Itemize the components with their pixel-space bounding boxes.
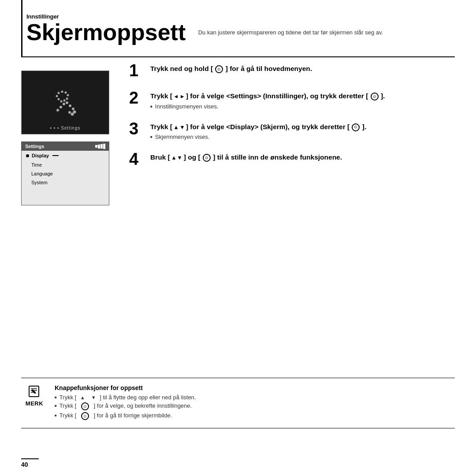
- step-3: 3 Trykk [ ▴ ▾ ] for å velge <Display> (S…: [129, 122, 455, 141]
- select-note-icon: ⊙: [81, 402, 89, 410]
- down-arrow-icon: ▾: [181, 123, 184, 131]
- svg-point-10: [66, 98, 68, 100]
- svg-point-7: [61, 91, 63, 93]
- wrench-icon: [49, 86, 82, 119]
- enter-button-icon: ⊙: [371, 93, 379, 100]
- menu-item-language: Language: [22, 169, 109, 178]
- header-divider: [21, 56, 455, 57]
- up-arrow-icon-4: ▴: [172, 154, 175, 162]
- back-note-icon: ⊙: [81, 412, 89, 420]
- menu-title: Settings: [25, 144, 44, 149]
- step-3-text: Trykk [ ▴ ▾ ] for å velge <Display> (Skj…: [150, 122, 455, 132]
- step-3-content: Trykk [ ▴ ▾ ] for å velge <Display> (Skj…: [147, 122, 455, 141]
- active-dot: [26, 154, 29, 157]
- svg-point-13: [69, 104, 71, 107]
- note-title: Knappefunksjoner for oppsett: [55, 384, 455, 391]
- note-icon: [27, 384, 41, 398]
- right-arrow-icon: ▸: [181, 93, 184, 100]
- down-note-icon: ▾: [92, 394, 95, 401]
- note-item-1: Trykk [ ▴ ▾ ] til å flytte deg opp eller…: [55, 394, 455, 401]
- device-screen-2: Settings Display Time Language System: [21, 141, 109, 205]
- merk-label: MERK: [26, 400, 43, 407]
- page-header: Innstillinger Skjermoppsett Du kan juste…: [26, 13, 450, 44]
- step-1-number: 1: [129, 62, 147, 79]
- svg-point-6: [57, 92, 60, 94]
- note-section: MERK Knappefunksjoner for oppsett Trykk …: [21, 378, 455, 428]
- battery-icon: [95, 144, 105, 149]
- note-icon-area: MERK: [21, 384, 48, 407]
- device-screen-1: • • • Settings: [21, 71, 109, 134]
- step-4-number: 4: [129, 151, 147, 167]
- enter-button-icon-3: ⊙: [352, 123, 360, 131]
- menu-header: Settings: [22, 142, 109, 151]
- svg-point-15: [73, 111, 76, 114]
- step-3-number: 3: [129, 120, 147, 137]
- down-arrow-icon-4: ▾: [178, 154, 181, 162]
- step-1-text: Trykk ned og hold [ ⊙ ] for å gå til hov…: [150, 64, 455, 74]
- left-arrow-icon: ◂: [175, 93, 178, 100]
- step-1-content: Trykk ned og hold [ ⊙ ] for å gå til hov…: [147, 64, 455, 74]
- page-divider: [21, 458, 39, 459]
- svg-point-11: [63, 100, 65, 102]
- step-4-content: Bruk [ ▴ ▾ ] og [ ⊙ ] til å stille inn d…: [147, 152, 455, 162]
- up-arrow-icon: ▴: [175, 123, 178, 131]
- step-2-text: Trykk [ ◂ ▸ ] for å velge <Settings> (In…: [150, 91, 455, 101]
- menu-item-system: System: [22, 178, 109, 187]
- note-item-3: Trykk [ ⊙ ] for å gå til forrige skjermb…: [55, 412, 455, 420]
- step-1: 1 Trykk ned og hold [ ⊙ ] for å gå til h…: [129, 64, 455, 79]
- step-2: 2 Trykk [ ◂ ▸ ] for å velge <Settings> (…: [129, 91, 455, 110]
- svg-point-2: [63, 103, 65, 105]
- menu-item-time: Time: [22, 160, 109, 169]
- step-2-number: 2: [129, 89, 147, 106]
- note-content: Knappefunksjoner for oppsett Trykk [ ▴ ▾…: [55, 384, 455, 422]
- svg-point-5: [56, 95, 58, 97]
- svg-rect-22: [31, 389, 36, 394]
- svg-point-3: [60, 100, 62, 103]
- left-column: • • • Settings Settings Display Time Lan…: [21, 71, 123, 205]
- header-label: Innstillinger: [26, 13, 450, 20]
- up-note-icon: ▴: [81, 394, 84, 401]
- device1-label: • • • Settings: [22, 126, 109, 130]
- page-title: Skjermoppsett: [26, 21, 186, 44]
- svg-point-8: [64, 92, 67, 94]
- svg-point-17: [68, 111, 71, 114]
- svg-point-14: [72, 108, 74, 110]
- page-border: [21, 0, 22, 57]
- confirm-button-icon: ⊙: [203, 154, 211, 162]
- svg-point-9: [67, 94, 69, 97]
- header-description: Du kan justere skjermspareren og tidene …: [198, 29, 383, 36]
- menu-item-display: Display: [22, 151, 109, 160]
- step-3-note: Skjermmenyen vises.: [150, 134, 455, 140]
- main-content: • • • Settings Settings Display Time Lan…: [21, 64, 455, 455]
- page-number: 40: [21, 461, 28, 468]
- svg-point-0: [56, 109, 59, 112]
- step-2-note: Innstillingsmenyen vises.: [150, 103, 455, 110]
- right-column: 1 Trykk ned og hold [ ⊙ ] for å gå til h…: [129, 64, 455, 180]
- step-4: 4 Bruk [ ▴ ▾ ] og [ ⊙ ] til å stille inn…: [129, 152, 455, 167]
- svg-point-1: [60, 106, 62, 108]
- svg-point-4: [57, 98, 60, 100]
- power-button-icon: ⊙: [215, 65, 223, 73]
- svg-point-16: [71, 113, 74, 116]
- note-item-2: Trykk [ ⊙ ] for å velge, og bekrefte inn…: [55, 402, 455, 410]
- svg-point-12: [66, 101, 68, 104]
- step-4-text: Bruk [ ▴ ▾ ] og [ ⊙ ] til å stille inn d…: [150, 152, 455, 162]
- step-2-content: Trykk [ ◂ ▸ ] for å velge <Settings> (In…: [147, 91, 455, 110]
